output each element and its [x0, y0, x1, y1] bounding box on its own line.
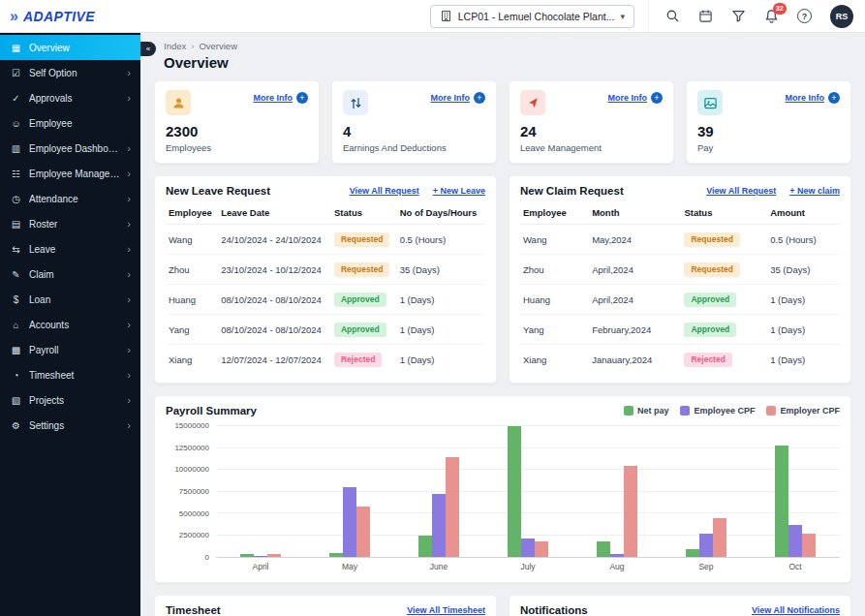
stat-card-employees: More Info + 2300 Employees: [154, 80, 320, 164]
sidebar-item-label: Settings: [29, 420, 120, 431]
table-cell: 08/10/2024 - 08/10/2024: [218, 315, 331, 345]
y-axis-tick: 0: [205, 553, 209, 562]
chart-y-axis: 0250000050000007500000100000001250000015…: [166, 426, 216, 558]
leave-request-table: EmployeeLeave DateStatusNo of Days/Hours…: [166, 201, 485, 374]
bar-groups: [216, 426, 840, 557]
more-info-link[interactable]: More Info: [254, 93, 293, 103]
breadcrumb-overview[interactable]: Overview: [199, 41, 237, 51]
bar-employer-cpf: [446, 457, 459, 557]
company-selector[interactable]: LCP01 - Lemuel Chocolate Plant... ▾: [430, 5, 634, 28]
table-cell: 24/10/2024 - 24/10/2024: [218, 225, 331, 255]
sidebar-collapse-button[interactable]: «: [140, 42, 156, 56]
plus-circle-icon[interactable]: +: [296, 92, 308, 104]
dollar-icon: $: [10, 294, 22, 305]
calendar-icon[interactable]: [698, 9, 713, 23]
timesheet-panel: Timesheet View All Timesheet: [154, 595, 497, 616]
help-icon[interactable]: ?: [797, 9, 812, 23]
filter-icon[interactable]: [731, 9, 746, 23]
status-cell: Rejected: [331, 345, 397, 375]
legend-item: Employer CPF: [766, 406, 840, 416]
chevron-right-icon: ›: [127, 269, 131, 280]
sidebar-item-attendance[interactable]: ◷Attendance›: [0, 186, 140, 211]
topbar: LCP01 - Lemuel Chocolate Plant... ▾ 32 ?…: [140, 0, 865, 33]
plus-circle-icon[interactable]: +: [474, 92, 485, 104]
sidebar-item-settings[interactable]: ⚙Settings›: [0, 413, 140, 438]
panel-title: Payroll Summary: [166, 405, 257, 416]
chevron-right-icon: ›: [127, 68, 131, 78]
claim-table-header: EmployeeMonthStatusAmount: [520, 201, 840, 225]
panel-title: Timesheet: [166, 604, 221, 616]
sidebar-item-claim[interactable]: ✎Claim›: [0, 262, 140, 287]
sidebar-item-employee-dashboard[interactable]: ▥Employee Dashboard›: [0, 136, 140, 161]
view-all-claim-link[interactable]: View All Request: [706, 186, 776, 196]
more-info-link[interactable]: More Info: [431, 93, 471, 103]
company-selector-value: LCP01 - Lemuel Chocolate Plant...: [458, 11, 615, 22]
new-leave-request-panel: New Leave Request View All Request + New…: [154, 175, 497, 384]
timer-icon: ◔: [10, 370, 22, 381]
legend-label: Net pay: [637, 406, 669, 416]
bar-employee-cpf: [699, 534, 713, 557]
table-cell: 1 (Days): [397, 345, 485, 375]
more-info-link[interactable]: More Info: [786, 93, 825, 103]
sidebar-item-approvals[interactable]: ✓Approvals›: [0, 85, 140, 110]
table-cell: April,2024: [589, 285, 681, 315]
sidebar-item-leave[interactable]: ⇆Leave›: [0, 236, 140, 262]
sidebar-item-payroll[interactable]: ▩Payroll›: [0, 337, 140, 362]
table-cell: May,2024: [589, 225, 681, 255]
table-cell: April,2024: [589, 255, 681, 285]
breadcrumb-index[interactable]: Index: [164, 41, 186, 51]
view-all-request-link[interactable]: View All Request: [350, 186, 419, 196]
main-content[interactable]: « Index › Overview Overview More Info +: [140, 33, 865, 616]
topbar-icons: 32 ? RS: [648, 0, 853, 32]
column-header: Employee: [166, 201, 218, 225]
column-header: Month: [589, 201, 681, 225]
plus-circle-icon[interactable]: +: [651, 92, 663, 104]
more-info-link[interactable]: More Info: [608, 93, 648, 103]
legend-swatch: [766, 406, 776, 416]
avatar[interactable]: RS: [830, 5, 853, 28]
sidebar-item-label: Employee Management: [29, 169, 120, 179]
folder-icon: ▧: [10, 395, 22, 406]
new-claim-request-panel: New Claim Request View All Request + New…: [509, 175, 851, 384]
table-cell: 12/07/2024 - 12/07/2024: [218, 345, 331, 375]
bar-employee-cpf: [432, 494, 446, 557]
bar-group-aug: [572, 426, 662, 557]
view-all-timesheet-link[interactable]: View All Timesheet: [407, 605, 485, 615]
cursor-icon: [520, 90, 545, 115]
image-icon: [697, 90, 723, 115]
search-icon[interactable]: [665, 9, 680, 23]
brand-logo[interactable]: » ADAPTIVE: [0, 0, 140, 33]
sidebar-item-timesheet[interactable]: ◔Timesheet›: [0, 362, 140, 387]
bar-group-april: [216, 426, 305, 557]
checkbox-icon: ☑: [10, 68, 22, 78]
table-row: ZhouApril,2024Requested35 (Days): [520, 255, 840, 285]
status-cell: Requested: [681, 225, 767, 255]
sidebar-item-projects[interactable]: ▧Projects›: [0, 387, 140, 413]
main-area: LCP01 - Lemuel Chocolate Plant... ▾ 32 ?…: [140, 0, 865, 616]
new-leave-link[interactable]: + New Leave: [433, 186, 485, 196]
plus-circle-icon[interactable]: +: [828, 92, 840, 104]
sidebar-item-overview[interactable]: ▦Overview: [0, 35, 140, 60]
y-axis-tick: 7500000: [179, 487, 209, 496]
view-all-notifications-link[interactable]: View All Notifications: [752, 605, 840, 615]
sidebar-item-loan[interactable]: $Loan›: [0, 287, 140, 312]
sidebar-item-employee-management[interactable]: ☷Employee Management›: [0, 161, 140, 186]
sidebar-item-employee[interactable]: ☺Employee: [0, 110, 140, 136]
table-cell: 35 (Days): [767, 255, 840, 285]
bar-employee-cpf: [521, 539, 535, 557]
sidebar-item-roster[interactable]: ▤Roster›: [0, 211, 140, 236]
stat-value: 2300: [166, 123, 308, 139]
sidebar-item-label: Accounts: [29, 320, 120, 330]
sidebar-item-label: Timesheet: [29, 370, 120, 381]
bar-net-pay: [240, 554, 254, 557]
claim-table-body: WangMay,2024Requested0.5 (Hours)ZhouApri…: [520, 225, 840, 375]
sidebar-item-label: Roster: [29, 219, 120, 230]
legend-label: Employee CPF: [694, 406, 755, 416]
notifications-bell-icon[interactable]: 32: [764, 9, 779, 23]
status-badge: Requested: [684, 262, 739, 277]
bar-net-pay: [418, 536, 432, 557]
new-claim-link[interactable]: + New claim: [789, 186, 840, 196]
sidebar-item-accounts[interactable]: ⌂Accounts›: [0, 312, 140, 337]
sidebar-item-self-option[interactable]: ☑Self Option›: [0, 60, 140, 85]
chart-plot-column: AprilMayJuneJulyAugSepOct: [216, 426, 840, 573]
